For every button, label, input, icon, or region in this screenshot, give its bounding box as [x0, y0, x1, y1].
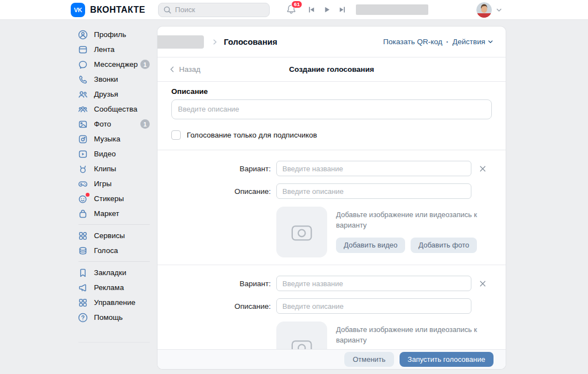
poll-description-input[interactable]: [171, 99, 492, 119]
sidebar-item-friends[interactable]: Друзья: [77, 87, 151, 102]
vk-logotype[interactable]: ВКОНТАКТЕ: [90, 5, 145, 15]
chevron-down-icon: [496, 7, 502, 13]
show-qr-link[interactable]: Показать QR-код: [383, 38, 442, 46]
variant-name-input[interactable]: [276, 161, 471, 176]
account-menu[interactable]: [476, 2, 502, 18]
community-name-placeholder: [158, 35, 204, 49]
cancel-button[interactable]: Отменить: [344, 352, 393, 367]
sidebar: Профиль Лента Мессенджер 1 Звонки: [71, 20, 158, 346]
sidebar-item-market[interactable]: Маркет: [77, 206, 151, 221]
sidebar-item-music[interactable]: Музыка: [77, 131, 151, 146]
media-upload-placeholder[interactable]: [276, 207, 327, 257]
sidebar-item-communities[interactable]: Сообщества: [77, 102, 151, 117]
photos-icon: [77, 119, 88, 130]
notifications-button[interactable]: 61: [285, 3, 298, 17]
media-hint-text: Добавьте изображение или видеозапись к в…: [336, 210, 506, 231]
sidebar-item-stickers[interactable]: Стикеры: [77, 191, 151, 206]
search-icon: [163, 6, 172, 14]
sidebar-item-photos[interactable]: Фото 1: [77, 117, 151, 131]
previous-track-button[interactable]: [307, 6, 316, 14]
sidebar-item-services[interactable]: Сервисы: [77, 228, 151, 243]
chevron-left-icon: [169, 66, 176, 73]
top-navigation-bar: VK ВКОНТАКТЕ 61: [0, 0, 588, 20]
music-icon: [77, 134, 88, 145]
music-player-controls: [307, 6, 347, 14]
card-header: Голосования Показать QR-код · Действия: [158, 27, 506, 57]
variant-name-label: Вариант:: [171, 165, 271, 173]
remove-variant-button[interactable]: [478, 164, 487, 173]
sidebar-item-votes[interactable]: Голоса: [77, 243, 151, 258]
actions-menu-link[interactable]: Действия: [453, 38, 494, 46]
services-icon: [77, 230, 88, 241]
add-photo-button[interactable]: Добавить фото: [411, 238, 477, 253]
close-icon: [479, 280, 487, 288]
communities-icon: [77, 104, 88, 115]
messenger-badge: 1: [140, 60, 150, 69]
sidebar-item-games[interactable]: Игры: [77, 176, 151, 191]
subscribers-only-label: Голосование только для подписчиков: [187, 131, 317, 139]
sidebar-item-feed[interactable]: Лента: [77, 42, 151, 57]
breadcrumb-chevron-icon: [211, 38, 219, 46]
form-subheader: Назад Создание голосования: [158, 57, 506, 82]
form-footer: Отменить Запустить голосование: [158, 349, 506, 369]
profile-icon: [77, 29, 88, 40]
sidebar-item-profile[interactable]: Профиль: [77, 27, 151, 42]
notifications-count-badge: 61: [291, 1, 303, 8]
poll-variant-1: Вариант: Описание:: [171, 150, 492, 265]
start-poll-button[interactable]: Запустить голосование: [400, 352, 494, 367]
video-icon: [77, 149, 88, 160]
close-icon: [479, 165, 487, 173]
manage-grid-icon: [77, 297, 88, 308]
games-icon: [77, 178, 88, 189]
variant-description-input[interactable]: [276, 183, 471, 199]
sidebar-item-manage[interactable]: Управление: [77, 295, 151, 310]
market-icon: [77, 208, 88, 219]
calls-icon: [77, 74, 88, 85]
messenger-icon: [77, 59, 88, 70]
variant-description-label: Описание:: [171, 302, 271, 310]
stickers-icon: [77, 193, 88, 204]
sidebar-item-calls[interactable]: Звонки: [77, 72, 151, 87]
page-title: Создание голосования: [158, 65, 506, 73]
current-track-placeholder: [356, 4, 428, 15]
sidebar-divider: [78, 342, 150, 343]
play-button[interactable]: [323, 6, 332, 14]
sidebar-item-clips[interactable]: Клипы: [77, 161, 151, 176]
global-search: [158, 3, 270, 17]
next-track-button[interactable]: [338, 6, 347, 14]
vk-logo[interactable]: VK: [71, 3, 85, 17]
media-hint-text: Добавьте изображение или видеозапись к в…: [336, 325, 506, 346]
votes-coins-icon: [77, 245, 88, 256]
variant-description-input[interactable]: [276, 298, 471, 314]
camera-icon: [289, 219, 314, 245]
sidebar-divider: [78, 224, 150, 225]
subscribers-only-option[interactable]: Голосование только для подписчиков: [171, 130, 492, 140]
variant-description-label: Описание:: [171, 187, 271, 196]
search-input[interactable]: [158, 3, 270, 17]
photos-badge: 1: [140, 119, 150, 129]
breadcrumb-current: Голосования: [224, 37, 277, 46]
ads-megaphone-icon: [77, 282, 88, 293]
avatar: [476, 2, 492, 18]
remove-variant-button[interactable]: [478, 279, 487, 288]
sidebar-item-bookmarks[interactable]: Закладки: [77, 265, 151, 280]
sidebar-item-video[interactable]: Видео: [77, 146, 151, 161]
subscribers-only-checkbox[interactable]: [171, 130, 181, 140]
description-label: Описание: [171, 87, 492, 96]
actions-separator: ·: [446, 38, 449, 46]
variant-name-input[interactable]: [276, 276, 471, 291]
variant-name-label: Вариант:: [171, 280, 271, 288]
sidebar-divider: [78, 261, 150, 262]
poll-creation-card: Голосования Показать QR-код · Действия Н…: [158, 27, 506, 369]
sidebar-item-messenger[interactable]: Мессенджер 1: [77, 57, 151, 72]
sidebar-item-help[interactable]: Помощь: [77, 310, 151, 325]
add-video-button[interactable]: Добавить видео: [336, 238, 405, 253]
stickers-new-dot: [86, 193, 90, 197]
help-icon: [77, 312, 88, 323]
back-button[interactable]: Назад: [169, 65, 201, 73]
clips-icon: [77, 164, 88, 175]
bookmarks-icon: [77, 267, 88, 278]
sidebar-item-ads[interactable]: Реклама: [77, 280, 151, 295]
friends-icon: [77, 89, 88, 100]
poll-form: Описание Голосование только для подписчи…: [158, 82, 506, 369]
